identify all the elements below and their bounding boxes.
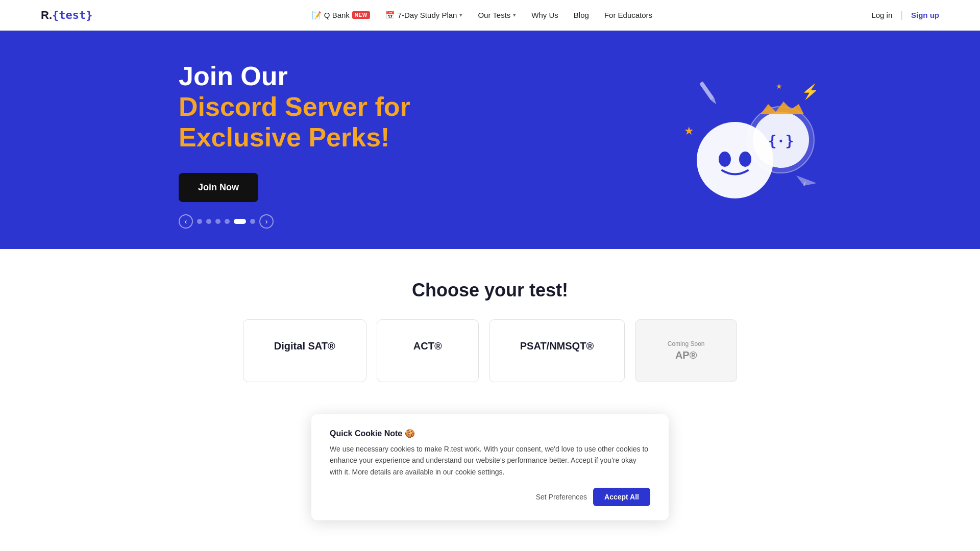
nav-educators-link[interactable]: For Educators	[604, 11, 652, 19]
act-label: ACT®	[413, 340, 442, 352]
hero-title-line3: Exclusive Perks!	[179, 122, 485, 153]
cookie-text: We use necessary cookies to make R.test …	[330, 443, 650, 478]
carousel-dot-5-active[interactable]	[234, 219, 246, 224]
carousel-dot-4[interactable]	[225, 219, 230, 224]
digital-sat-label: Digital SAT®	[274, 340, 335, 352]
accept-all-button[interactable]: Accept All	[593, 488, 650, 506]
educators-label: For Educators	[604, 11, 652, 19]
svg-rect-3	[699, 82, 714, 101]
ap-label: AP®	[675, 349, 697, 361]
ap-coming-soon-label: Coming Soon	[666, 340, 706, 347]
hero-content: Join Our Discord Server for Exclusive Pe…	[179, 61, 485, 229]
nav-whyus-link[interactable]: Why Us	[531, 11, 558, 19]
login-link[interactable]: Log in	[871, 11, 892, 19]
studyplan-chevron-icon: ▾	[459, 12, 462, 18]
nav-auth: Log in | Sign up	[871, 10, 939, 20]
svg-text:★: ★	[684, 124, 694, 137]
nav-ourtests-link[interactable]: Our Tests ▾	[478, 11, 516, 19]
qbank-label: Q Bank	[324, 11, 350, 19]
hero-title-line2: Discord Server for	[179, 92, 485, 122]
nav-divider: |	[900, 10, 903, 20]
carousel-dot-3[interactable]	[215, 219, 220, 224]
test-cards-container: Digital SAT® ACT® PSAT/NMSQT® Coming Soo…	[163, 319, 817, 382]
hero-banner: Join Our Discord Server for Exclusive Pe…	[0, 31, 980, 249]
qbank-emoji: 📝	[312, 11, 322, 20]
carousel-dot-1[interactable]	[197, 219, 202, 224]
nav-blog-link[interactable]: Blog	[574, 11, 589, 19]
nav-links: 📝 Q Bank NEW 📅 7-Day Study Plan ▾ Our Te…	[312, 11, 652, 20]
test-card-ap[interactable]: Coming Soon AP®	[635, 319, 737, 382]
choose-test-section: Choose your test! Digital SAT® ACT® PSAT…	[0, 249, 980, 403]
carousel-dot-6[interactable]	[250, 219, 255, 224]
signup-link[interactable]: Sign up	[911, 11, 939, 19]
psat-label: PSAT/NMSQT®	[520, 340, 594, 352]
cookie-actions: Set Preferences Accept All	[330, 488, 650, 506]
svg-point-9	[739, 152, 751, 167]
blog-label: Blog	[574, 11, 589, 19]
svg-text:{·}: {·}	[768, 133, 794, 149]
svg-marker-13	[761, 102, 804, 114]
hero-title-line1: Join Our	[179, 61, 485, 92]
carousel-prev-button[interactable]: ‹	[179, 214, 193, 229]
studyplan-label: 7-Day Study Plan	[398, 11, 457, 19]
logo[interactable]: R.{test}	[41, 9, 92, 22]
ourtests-chevron-icon: ▾	[513, 12, 516, 18]
join-now-button[interactable]: Join Now	[179, 173, 258, 202]
whyus-label: Why Us	[531, 11, 558, 19]
studyplan-emoji: 📅	[385, 11, 395, 20]
carousel-next-button[interactable]: ›	[259, 214, 274, 229]
set-preferences-button[interactable]: Set Preferences	[536, 493, 587, 501]
test-card-psat[interactable]: PSAT/NMSQT®	[489, 319, 625, 382]
svg-point-8	[719, 152, 731, 167]
cookie-title: Quick Cookie Note 🍪	[330, 429, 650, 438]
test-card-digital-sat[interactable]: Digital SAT®	[243, 319, 366, 382]
navbar: R.{test} 📝 Q Bank NEW 📅 7-Day Study Plan…	[0, 0, 980, 31]
svg-marker-5	[796, 176, 817, 186]
choose-test-title: Choose your test!	[163, 280, 817, 301]
svg-text:⚡: ⚡	[801, 83, 819, 100]
nav-qbank-link[interactable]: 📝 Q Bank NEW	[312, 11, 370, 20]
test-card-act[interactable]: ACT®	[377, 319, 479, 382]
hero-illustration: ★ ★ ⚡ {·}	[674, 68, 837, 211]
ourtests-label: Our Tests	[478, 11, 510, 19]
svg-text:★: ★	[776, 82, 782, 90]
new-badge: NEW	[352, 11, 370, 19]
nav-studyplan-link[interactable]: 📅 7-Day Study Plan ▾	[385, 11, 463, 20]
cookie-banner: Quick Cookie Note 🍪 We use necessary coo…	[311, 414, 669, 520]
carousel-controls: ‹ ›	[179, 214, 485, 229]
carousel-dot-2[interactable]	[206, 219, 211, 224]
